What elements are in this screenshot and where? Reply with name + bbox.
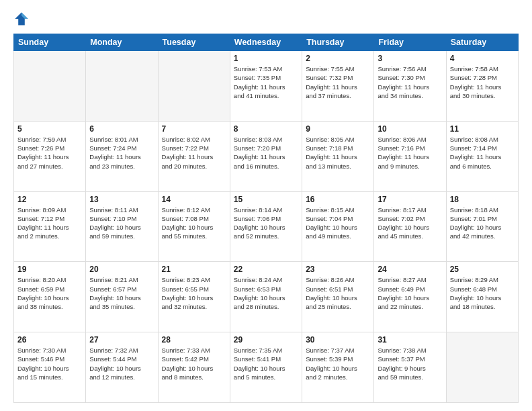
day-info: Sunrise: 7:58 AM Sunset: 7:28 PM Dayligh… [450,64,515,100]
calendar-cell: 21Sunrise: 8:23 AM Sunset: 6:55 PM Dayli… [158,262,230,332]
calendar-week-2: 12Sunrise: 8:09 AM Sunset: 7:12 PM Dayli… [14,191,519,262]
header [13,11,519,27]
day-info: Sunrise: 7:59 AM Sunset: 7:26 PM Dayligh… [17,135,82,171]
day-number: 17 [378,195,442,204]
calendar-cell: 1Sunrise: 7:53 AM Sunset: 7:35 PM Daylig… [230,51,302,122]
day-info: Sunrise: 7:38 AM Sunset: 5:37 PM Dayligh… [378,346,442,381]
calendar-cell: 7Sunrise: 8:02 AM Sunset: 7:22 PM Daylig… [158,121,230,191]
day-number: 10 [378,124,442,134]
calendar-week-3: 19Sunrise: 8:20 AM Sunset: 6:59 PM Dayli… [14,262,519,332]
day-header-saturday: Saturday [446,34,518,51]
day-number: 27 [89,335,154,345]
calendar-cell: 26Sunrise: 7:30 AM Sunset: 5:46 PM Dayli… [14,332,86,403]
calendar-cell: 18Sunrise: 8:18 AM Sunset: 7:01 PM Dayli… [446,191,518,262]
calendar-cell: 20Sunrise: 8:21 AM Sunset: 6:57 PM Dayli… [86,262,158,332]
day-info: Sunrise: 8:26 AM Sunset: 6:51 PM Dayligh… [306,275,370,311]
day-number: 15 [234,195,298,204]
day-number: 31 [378,335,442,345]
calendar-header-row: SundayMondayTuesdayWednesdayThursdayFrid… [14,34,519,51]
calendar-cell: 14Sunrise: 8:12 AM Sunset: 7:08 PM Dayli… [158,191,230,262]
calendar-cell: 11Sunrise: 8:08 AM Sunset: 7:14 PM Dayli… [446,121,518,191]
calendar-cell: 30Sunrise: 7:37 AM Sunset: 5:39 PM Dayli… [302,332,374,403]
calendar-cell: 28Sunrise: 7:33 AM Sunset: 5:42 PM Dayli… [158,332,230,403]
day-number: 1 [234,54,298,63]
day-info: Sunrise: 8:08 AM Sunset: 7:14 PM Dayligh… [450,135,515,171]
calendar-cell: 31Sunrise: 7:38 AM Sunset: 5:37 PM Dayli… [374,332,446,403]
day-info: Sunrise: 7:37 AM Sunset: 5:39 PM Dayligh… [306,346,370,381]
calendar-cell [86,51,158,122]
day-info: Sunrise: 8:11 AM Sunset: 7:10 PM Dayligh… [89,205,154,241]
day-number: 7 [162,124,226,134]
day-number: 16 [306,195,370,204]
page: SundayMondayTuesdayWednesdayThursdayFrid… [0,0,532,411]
day-number: 9 [306,124,370,134]
day-number: 20 [89,265,154,274]
day-info: Sunrise: 8:17 AM Sunset: 7:02 PM Dayligh… [378,205,442,241]
calendar-cell: 29Sunrise: 7:35 AM Sunset: 5:41 PM Dayli… [230,332,302,403]
calendar-cell: 27Sunrise: 7:32 AM Sunset: 5:44 PM Dayli… [86,332,158,403]
day-info: Sunrise: 8:27 AM Sunset: 6:49 PM Dayligh… [378,275,442,311]
day-header-wednesday: Wednesday [230,34,302,51]
calendar-cell: 8Sunrise: 8:03 AM Sunset: 7:20 PM Daylig… [230,121,302,191]
calendar-cell: 4Sunrise: 7:58 AM Sunset: 7:28 PM Daylig… [446,51,518,122]
day-info: Sunrise: 8:01 AM Sunset: 7:24 PM Dayligh… [89,135,154,171]
calendar-table: SundayMondayTuesdayWednesdayThursdayFrid… [13,34,519,403]
day-info: Sunrise: 7:33 AM Sunset: 5:42 PM Dayligh… [162,346,226,381]
day-info: Sunrise: 7:30 AM Sunset: 5:46 PM Dayligh… [17,346,82,381]
day-header-tuesday: Tuesday [158,34,230,51]
day-number: 25 [450,265,515,274]
day-info: Sunrise: 8:21 AM Sunset: 6:57 PM Dayligh… [89,275,154,311]
day-info: Sunrise: 8:02 AM Sunset: 7:22 PM Dayligh… [162,135,226,171]
calendar-week-1: 5Sunrise: 7:59 AM Sunset: 7:26 PM Daylig… [14,121,519,191]
calendar-cell [446,332,518,403]
calendar-cell: 17Sunrise: 8:17 AM Sunset: 7:02 PM Dayli… [374,191,446,262]
day-number: 29 [234,335,298,345]
calendar-cell: 5Sunrise: 7:59 AM Sunset: 7:26 PM Daylig… [14,121,86,191]
calendar-week-4: 26Sunrise: 7:30 AM Sunset: 5:46 PM Dayli… [14,332,519,403]
day-number: 5 [17,124,82,134]
day-number: 6 [89,124,154,134]
day-number: 24 [378,265,442,274]
day-number: 23 [306,265,370,274]
calendar-cell: 10Sunrise: 8:06 AM Sunset: 7:16 PM Dayli… [374,121,446,191]
day-info: Sunrise: 8:20 AM Sunset: 6:59 PM Dayligh… [17,275,82,311]
day-number: 26 [17,335,82,345]
day-info: Sunrise: 7:32 AM Sunset: 5:44 PM Dayligh… [89,346,154,381]
calendar-cell [158,51,230,122]
day-number: 2 [306,54,370,63]
calendar-cell: 6Sunrise: 8:01 AM Sunset: 7:24 PM Daylig… [86,121,158,191]
calendar-cell: 24Sunrise: 8:27 AM Sunset: 6:49 PM Dayli… [374,262,446,332]
day-info: Sunrise: 8:09 AM Sunset: 7:12 PM Dayligh… [17,205,82,241]
calendar-cell: 15Sunrise: 8:14 AM Sunset: 7:06 PM Dayli… [230,191,302,262]
day-header-friday: Friday [374,34,446,51]
day-number: 28 [162,335,226,345]
day-info: Sunrise: 8:05 AM Sunset: 7:18 PM Dayligh… [306,135,370,171]
day-info: Sunrise: 8:29 AM Sunset: 6:48 PM Dayligh… [450,275,515,311]
day-number: 4 [450,54,515,63]
day-number: 13 [89,195,154,204]
day-header-sunday: Sunday [14,34,86,51]
day-header-thursday: Thursday [302,34,374,51]
day-header-monday: Monday [86,34,158,51]
day-number: 18 [450,195,515,204]
calendar-cell: 22Sunrise: 8:24 AM Sunset: 6:53 PM Dayli… [230,262,302,332]
day-info: Sunrise: 7:53 AM Sunset: 7:35 PM Dayligh… [234,64,298,100]
day-info: Sunrise: 8:18 AM Sunset: 7:01 PM Dayligh… [450,205,515,241]
calendar-cell: 2Sunrise: 7:55 AM Sunset: 7:32 PM Daylig… [302,51,374,122]
day-info: Sunrise: 8:23 AM Sunset: 6:55 PM Dayligh… [162,275,226,311]
day-number: 14 [162,195,226,204]
day-info: Sunrise: 8:15 AM Sunset: 7:04 PM Dayligh… [306,205,370,241]
calendar-cell: 9Sunrise: 8:05 AM Sunset: 7:18 PM Daylig… [302,121,374,191]
day-number: 12 [17,195,82,204]
calendar-cell [14,51,86,122]
logo-icon [13,11,30,27]
day-number: 19 [17,265,82,274]
day-number: 30 [306,335,370,345]
day-info: Sunrise: 8:06 AM Sunset: 7:16 PM Dayligh… [378,135,442,171]
day-info: Sunrise: 8:03 AM Sunset: 7:20 PM Dayligh… [234,135,298,171]
calendar-cell: 16Sunrise: 8:15 AM Sunset: 7:04 PM Dayli… [302,191,374,262]
day-number: 21 [162,265,226,274]
calendar-cell: 19Sunrise: 8:20 AM Sunset: 6:59 PM Dayli… [14,262,86,332]
day-info: Sunrise: 8:14 AM Sunset: 7:06 PM Dayligh… [234,205,298,241]
calendar-cell: 12Sunrise: 8:09 AM Sunset: 7:12 PM Dayli… [14,191,86,262]
